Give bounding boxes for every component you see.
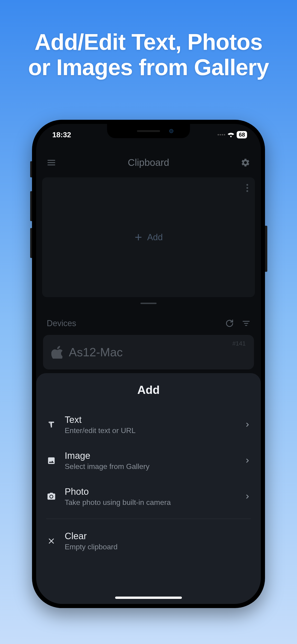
- add-button-label: Add: [147, 232, 163, 242]
- marketing-headline-line2: or Images from Gallery: [28, 54, 269, 80]
- sheet-item-title: Photo: [65, 486, 236, 497]
- sheet-item-subtitle: Empty clipboard: [65, 543, 251, 551]
- settings-button[interactable]: [240, 158, 250, 168]
- chevron-right-icon: [244, 493, 251, 500]
- menu-button[interactable]: [47, 158, 56, 167]
- marketing-headline: Add/Edit Text, Photos or Images from Gal…: [0, 30, 297, 80]
- sheet-item-image[interactable]: Image Select image from Gallery: [46, 443, 251, 478]
- cellular-icon: [218, 134, 225, 136]
- phone-screen: 18:32 68: [36, 124, 261, 604]
- status-time: 18:32: [52, 130, 71, 139]
- svg-point-5: [246, 190, 248, 192]
- card-more-button[interactable]: [246, 184, 248, 192]
- text-icon: [46, 420, 56, 430]
- refresh-icon: [226, 319, 234, 328]
- svg-point-4: [246, 187, 248, 189]
- sheet-title: Add: [36, 383, 261, 397]
- refresh-button[interactable]: [226, 319, 234, 328]
- sheet-item-photo[interactable]: Photo Take photo using built-in camera: [46, 478, 251, 514]
- sheet-item-text[interactable]: Text Enter/edit text or URL: [46, 407, 251, 443]
- clipboard-empty-card: Add: [42, 177, 255, 297]
- status-indicators: 68: [218, 131, 247, 138]
- close-icon: [46, 536, 56, 546]
- home-indicator[interactable]: [115, 596, 182, 599]
- sheet-item-title: Clear: [65, 531, 251, 541]
- phone-notch: [107, 124, 190, 138]
- page-title: Clipboard: [128, 157, 169, 168]
- sheet-item-subtitle: Take photo using built-in camera: [65, 498, 236, 507]
- devices-label: Devices: [47, 318, 76, 328]
- sheet-item-subtitle: Enter/edit text or URL: [65, 426, 236, 435]
- camera-icon: [46, 492, 56, 502]
- sheet-item-title: Text: [65, 414, 236, 425]
- device-name: As12-Mac: [69, 345, 226, 359]
- apple-icon: [51, 346, 62, 358]
- add-button[interactable]: Add: [134, 232, 163, 242]
- phone-mockup-frame: 18:32 68: [32, 120, 265, 608]
- marketing-headline-line1: Add/Edit Text, Photos: [34, 29, 262, 54]
- filter-button[interactable]: [242, 319, 250, 328]
- plus-icon: [134, 233, 142, 242]
- device-card[interactable]: As12-Mac #141: [43, 335, 254, 370]
- svg-point-3: [246, 184, 248, 186]
- sheet-item-title: Image: [65, 450, 236, 461]
- app-header: Clipboard: [36, 151, 261, 174]
- sheet-item-subtitle: Select image from Gallery: [65, 462, 236, 471]
- wifi-icon: [228, 132, 234, 138]
- divider: [46, 519, 251, 519]
- battery-indicator: 68: [237, 131, 247, 138]
- devices-section-header: Devices: [36, 314, 261, 332]
- filter-icon: [242, 319, 250, 328]
- device-number: #141: [232, 340, 246, 347]
- chevron-right-icon: [244, 458, 251, 464]
- sheet-item-clear[interactable]: Clear Empty clipboard: [46, 523, 251, 559]
- drag-handle[interactable]: [140, 303, 156, 304]
- image-icon: [46, 456, 56, 466]
- add-bottom-sheet: Add Text Enter/edit text or URL: [36, 373, 261, 604]
- chevron-right-icon: [244, 422, 251, 428]
